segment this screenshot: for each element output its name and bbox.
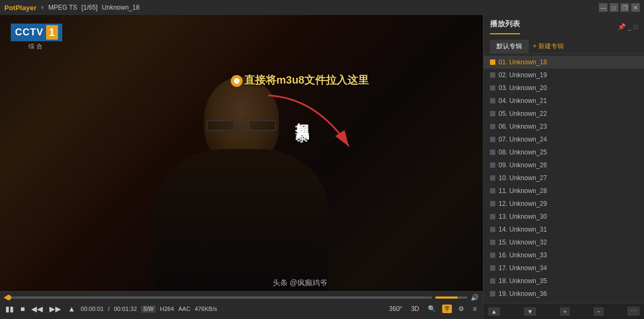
playlist-item-label: 15. Unknown_32 <box>499 239 547 246</box>
playlist-item[interactable]: 14. Unknown_31 <box>484 223 644 236</box>
minimize-button[interactable]: ― <box>599 3 608 12</box>
playlist-item-label: 14. Unknown_31 <box>499 226 547 233</box>
playlist-item-label: 04. Unknown_21 <box>499 97 547 105</box>
tab-new-album[interactable]: + 新建专辑 <box>529 40 568 53</box>
playlist-remove-button[interactable]: − <box>594 307 603 316</box>
playlist-item[interactable]: 12. Unknown_29 <box>484 197 644 210</box>
playlist-item[interactable]: 02. Unknown_19 <box>484 69 644 81</box>
title-bar: PotPlayer ▾ MPEG TS [1/65] Unknown_18 ― … <box>0 0 644 15</box>
playlist-item-icon <box>490 214 495 219</box>
playlist-item-label: 03. Unknown_20 <box>499 84 547 92</box>
stop-button[interactable]: ■ <box>19 303 26 314</box>
volume-fill <box>435 296 458 299</box>
playlist-add-button[interactable]: + <box>560 307 569 316</box>
codec-audio: AAC <box>178 306 191 312</box>
next-button[interactable]: ▶▶ <box>48 303 62 314</box>
play-pause-button[interactable]: ▮▮ <box>4 303 15 314</box>
playlist-item-icon <box>490 291 495 296</box>
video-area[interactable]: CCTV 1 综合 ❶ 直接将m3u8文件拉入这里 扫黑风暴 头条 @疯癫鸡爷 <box>0 15 483 319</box>
playlist-minimize-button[interactable]: _ <box>628 23 632 31</box>
time-sep: / <box>108 306 109 312</box>
video-body <box>156 149 327 291</box>
playlist-item[interactable]: 05. Unknown_22 <box>484 107 644 120</box>
playlist-item[interactable]: 04. Unknown_21 <box>484 94 644 107</box>
menu-button[interactable]: ≡ <box>471 304 479 314</box>
angle-button[interactable]: 360° <box>387 304 405 314</box>
playlist-item[interactable]: 03. Unknown_20 <box>484 81 644 94</box>
settings-button[interactable]: ⚙ <box>456 304 466 314</box>
progress-track[interactable] <box>4 296 432 299</box>
playlist-item[interactable]: 06. Unknown_23 <box>484 120 644 133</box>
playlist-item-label: 05. Unknown_22 <box>499 110 547 117</box>
playlist-item-label: 07. Unknown_24 <box>499 136 547 143</box>
playlist-title: 播放列表 <box>490 19 520 34</box>
playlist-footer: ▲ ▼ + − ⋯ <box>484 303 644 319</box>
volume-icon: 🔊 <box>471 294 479 301</box>
playlist-item[interactable]: 18. Unknown_35 <box>484 275 644 287</box>
playlist-item[interactable]: 13. Unknown_30 <box>484 210 644 223</box>
playlist-item-label: 01. Unknown_18 <box>499 58 547 66</box>
playlist-items: 01. Unknown_1802. Unknown_1903. Unknown_… <box>484 54 644 303</box>
playlist-more-button[interactable]: ⋯ <box>627 307 640 316</box>
title-format: MPEG TS <box>48 4 77 11</box>
maximize-button[interactable]: ❐ <box>620 3 629 12</box>
eject-button[interactable]: ▲ <box>67 303 76 314</box>
playlist-move-down-button[interactable]: ▼ <box>524 307 536 316</box>
cctv-logo: CCTV 1 综合 <box>11 24 62 50</box>
playlist-item[interactable]: 11. Unknown_28 <box>484 184 644 197</box>
playlist-item-label: 10. Unknown_27 <box>499 174 547 182</box>
annotation-arrow <box>263 93 370 157</box>
playlist-header-controls: 📌 _ □ <box>618 23 638 31</box>
playlist-pin-button[interactable]: 📌 <box>618 23 626 31</box>
main-content: CCTV 1 综合 ❶ 直接将m3u8文件拉入这里 扫黑风暴 头条 @疯癫鸡爷 <box>0 15 644 319</box>
app-logo: PotPlayer <box>4 4 36 12</box>
3d-button[interactable]: 3D <box>409 304 421 314</box>
playlist-item-label: 13. Unknown_30 <box>499 213 547 220</box>
playlist-item-label: 09. Unknown_26 <box>499 161 547 169</box>
playlist-item-label: 17. Unknown_34 <box>499 264 547 272</box>
controls-bar: 🔊 ▮▮ ■ ◀◀ ▶▶ ▲ 00:00:01 / 00:01:32 S/W H… <box>0 291 483 319</box>
playlist-item[interactable]: 15. Unknown_32 <box>484 236 644 249</box>
playlist-item-label: 18. Unknown_35 <box>499 277 547 285</box>
progress-thumb <box>6 295 11 300</box>
playlist-item-label: 06. Unknown_23 <box>499 123 547 130</box>
playlist-item-icon <box>490 240 495 245</box>
close-button[interactable]: ✕ <box>631 3 640 12</box>
playlist-item-icon <box>490 137 495 142</box>
playlist-tabs: 默认专辑 + 新建专辑 <box>490 36 638 53</box>
playlist-item[interactable]: 16. Unknown_33 <box>484 249 644 262</box>
playlist-item-icon <box>490 162 495 168</box>
playlist-maximize-button[interactable]: □ <box>634 23 638 31</box>
playlist-item-icon <box>490 227 495 232</box>
title-sep1: ▾ <box>41 4 44 11</box>
tab-default-album[interactable]: 默认专辑 <box>490 40 529 53</box>
progress-row: 🔊 <box>4 294 479 301</box>
time-current: 00:00:01 <box>80 306 104 312</box>
playlist-item[interactable]: 19. Unknown_36 <box>484 287 644 300</box>
playlist-item-label: 12. Unknown_29 <box>499 200 547 207</box>
subtitle-button[interactable]: 字 <box>442 305 452 313</box>
playlist-item-icon <box>490 253 495 258</box>
playlist-item[interactable]: 01. Unknown_18 <box>484 56 644 69</box>
playlist-item[interactable]: 07. Unknown_24 <box>484 133 644 146</box>
zoom-button[interactable]: 🔍 <box>426 304 438 314</box>
controls-row: ▮▮ ■ ◀◀ ▶▶ ▲ 00:00:01 / 00:01:32 S/W H26… <box>4 303 479 314</box>
playlist-move-up-button[interactable]: ▲ <box>488 307 500 316</box>
prev-button[interactable]: ◀◀ <box>30 303 44 314</box>
playlist-item-icon <box>490 111 495 116</box>
playlist-item-icon <box>490 150 495 155</box>
cctv-text: CCTV <box>15 27 43 38</box>
playlist-item-icon <box>490 124 495 129</box>
playlist-item-label: 08. Unknown_25 <box>499 149 547 156</box>
playlist-item-icon <box>490 201 495 206</box>
playlist-item[interactable]: 08. Unknown_25 <box>484 146 644 159</box>
watermark-branding: 头条 @疯癫鸡爷 <box>273 278 327 288</box>
playlist-item[interactable]: 17. Unknown_34 <box>484 262 644 275</box>
playlist-item[interactable]: 09. Unknown_26 <box>484 159 644 172</box>
window-controls: ― □ ❐ ✕ <box>599 3 640 12</box>
playlist-item-icon <box>490 278 495 284</box>
restore-button[interactable]: □ <box>610 3 618 12</box>
volume-track[interactable] <box>435 296 467 299</box>
time-total: 00:01:32 <box>114 306 137 312</box>
playlist-item[interactable]: 10. Unknown_27 <box>484 172 644 184</box>
